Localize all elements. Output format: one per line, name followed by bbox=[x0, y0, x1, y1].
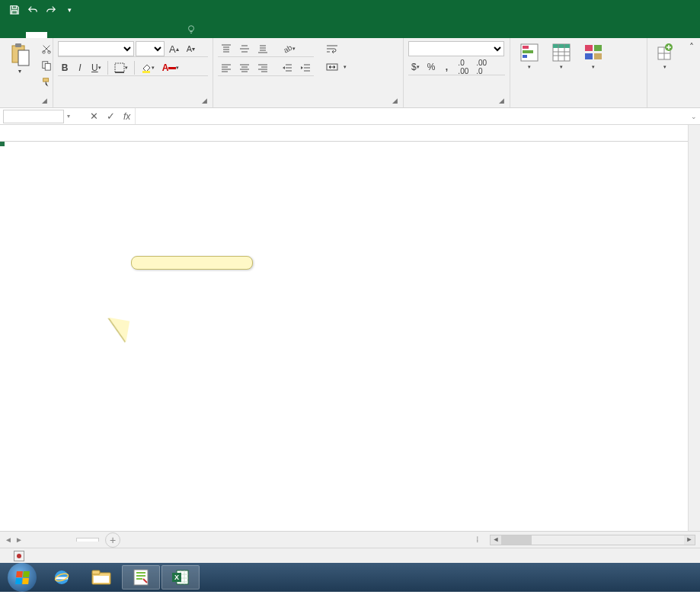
clipboard-dialog-launcher-icon[interactable]: ◢ bbox=[42, 97, 51, 106]
tab-pagelayout[interactable] bbox=[69, 32, 90, 38]
format-as-table-button[interactable]: ▾ bbox=[547, 41, 576, 72]
cut-button[interactable] bbox=[38, 41, 55, 56]
horizontal-scrollbar[interactable]: ◄► bbox=[490, 535, 695, 545]
save-icon[interactable] bbox=[6, 2, 23, 18]
font-dialog-launcher-icon[interactable]: ◢ bbox=[202, 97, 211, 106]
tooltip-callout bbox=[131, 256, 253, 270]
macro-record-icon[interactable] bbox=[14, 551, 24, 561]
font-name-select[interactable] bbox=[58, 41, 134, 56]
svg-rect-8 bbox=[43, 78, 49, 81]
collapse-ribbon-icon[interactable]: ˄ bbox=[685, 40, 698, 55]
formula-bar: ▾ ✕ ✓ fx ⌄ bbox=[0, 108, 700, 125]
italic-button[interactable]: I bbox=[73, 60, 87, 75]
svg-rect-18 bbox=[523, 55, 527, 58]
new-sheet-button[interactable]: + bbox=[105, 532, 120, 548]
fx-icon[interactable]: fx bbox=[119, 111, 135, 122]
comma-button[interactable]: , bbox=[439, 59, 453, 75]
fill-color-button[interactable]: ▾ bbox=[138, 60, 158, 75]
ribbon-tabs bbox=[0, 19, 700, 38]
copy-button[interactable] bbox=[38, 58, 55, 73]
underline-button[interactable]: U ▾ bbox=[88, 60, 104, 75]
currency-button[interactable]: $ ▾ bbox=[408, 59, 423, 75]
align-middle-button[interactable] bbox=[236, 41, 253, 56]
align-bottom-button[interactable] bbox=[254, 41, 271, 56]
tab-file[interactable] bbox=[5, 32, 26, 38]
cells-group-label bbox=[652, 104, 689, 106]
tell-me-box[interactable] bbox=[175, 21, 212, 38]
windows-taskbar: X bbox=[0, 563, 700, 592]
font-color-button[interactable]: A▾ bbox=[159, 60, 183, 75]
expand-formula-bar-icon[interactable]: ⌄ bbox=[688, 113, 700, 120]
svg-rect-23 bbox=[585, 53, 593, 59]
increase-decimal-button[interactable]: .0.00 bbox=[455, 59, 471, 75]
taskbar-excel-icon[interactable]: X bbox=[161, 565, 200, 590]
status-bar bbox=[0, 548, 700, 563]
svg-text:ab: ab bbox=[282, 43, 292, 54]
insert-cells-button[interactable]: ▾ bbox=[652, 41, 678, 72]
percent-button[interactable]: % bbox=[424, 59, 439, 75]
ribbon: ▾ ◢ A▴ A▾ B I U ▾ ▾ bbox=[0, 38, 700, 108]
align-center-button[interactable] bbox=[236, 60, 253, 75]
svg-rect-30 bbox=[92, 570, 100, 574]
orientation-button[interactable]: ab▾ bbox=[279, 41, 299, 56]
cancel-edit-icon[interactable]: ✕ bbox=[85, 110, 102, 122]
svg-rect-9 bbox=[115, 63, 124, 72]
taskbar-notepadpp-icon[interactable] bbox=[122, 565, 160, 590]
tab-review[interactable] bbox=[133, 32, 154, 38]
grow-font-button[interactable]: A▴ bbox=[166, 41, 182, 56]
vertical-scrollbar[interactable] bbox=[688, 125, 700, 531]
redo-icon[interactable] bbox=[43, 2, 59, 18]
sheet-nav-prev-icon[interactable]: ◄ bbox=[5, 535, 12, 544]
tab-view[interactable] bbox=[154, 32, 175, 38]
borders-button[interactable]: ▾ bbox=[111, 60, 131, 75]
tab-insert[interactable] bbox=[47, 32, 69, 38]
svg-rect-2 bbox=[15, 43, 21, 47]
svg-rect-11 bbox=[142, 71, 150, 73]
align-top-button[interactable] bbox=[218, 41, 235, 56]
styles-group-label bbox=[515, 104, 642, 106]
decrease-decimal-button[interactable]: .00.0 bbox=[473, 59, 490, 75]
start-button[interactable] bbox=[3, 565, 41, 590]
tab-formulas[interactable] bbox=[90, 32, 111, 38]
number-dialog-launcher-icon[interactable]: ◢ bbox=[499, 97, 508, 106]
taskbar-ie-icon[interactable] bbox=[43, 565, 81, 590]
taskbar-explorer-icon[interactable] bbox=[82, 565, 120, 590]
align-right-button[interactable] bbox=[254, 60, 271, 75]
cell-styles-button[interactable]: ▾ bbox=[579, 41, 608, 72]
align-left-button[interactable] bbox=[218, 60, 235, 75]
svg-rect-20 bbox=[553, 44, 570, 48]
bold-button[interactable]: B bbox=[58, 60, 72, 75]
sheet-tab-splitter[interactable]: ⁞ bbox=[476, 535, 479, 545]
qat-more-icon[interactable]: ▾ bbox=[61, 2, 78, 18]
spreadsheet-grid[interactable] bbox=[0, 125, 700, 531]
wrap-text-button[interactable] bbox=[323, 41, 407, 56]
decrease-indent-button[interactable] bbox=[279, 60, 296, 75]
format-painter-button[interactable] bbox=[38, 75, 55, 90]
increase-indent-button[interactable] bbox=[297, 60, 314, 75]
alignment-group-label bbox=[218, 104, 398, 106]
title-bar: ▾ bbox=[0, 0, 700, 19]
sheet-nav-next-icon[interactable]: ► bbox=[15, 535, 23, 544]
sheet-tab[interactable] bbox=[76, 538, 99, 542]
alignment-dialog-launcher-icon[interactable]: ◢ bbox=[392, 97, 401, 106]
svg-rect-12 bbox=[168, 67, 176, 69]
tab-home[interactable] bbox=[26, 32, 47, 38]
confirm-edit-icon[interactable]: ✓ bbox=[102, 110, 119, 122]
shrink-font-button[interactable]: A▾ bbox=[184, 41, 198, 56]
svg-rect-17 bbox=[523, 50, 533, 53]
number-format-select[interactable] bbox=[408, 41, 504, 56]
undo-icon[interactable] bbox=[24, 2, 41, 18]
svg-rect-21 bbox=[585, 45, 593, 51]
formula-input[interactable] bbox=[135, 108, 688, 124]
svg-point-0 bbox=[189, 26, 194, 31]
sheet-tab-bar: ◄► + ⁞ ◄► bbox=[0, 531, 700, 548]
conditional-formatting-button[interactable]: ▾ bbox=[515, 41, 544, 72]
tab-data[interactable] bbox=[111, 32, 133, 38]
name-box[interactable] bbox=[3, 110, 64, 123]
svg-rect-22 bbox=[594, 45, 602, 51]
font-group-label bbox=[58, 104, 208, 106]
svg-rect-31 bbox=[94, 576, 109, 583]
paste-button[interactable]: ▾ bbox=[5, 41, 35, 77]
font-size-select[interactable] bbox=[136, 41, 165, 56]
svg-rect-3 bbox=[18, 50, 29, 66]
